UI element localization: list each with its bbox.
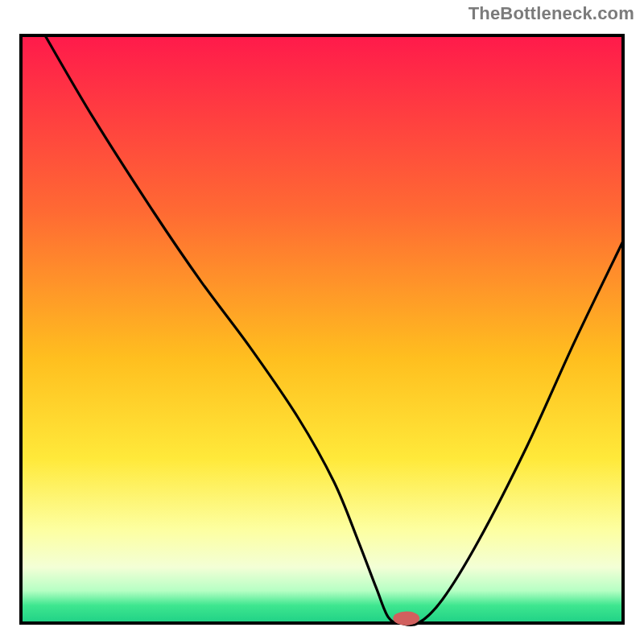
attribution-label: TheBottleneck.com [469,3,634,24]
gradient-backdrop [21,35,623,623]
chart-frame: TheBottleneck.com [0,0,644,644]
plot-area [21,35,623,625]
bottleneck-chart [10,24,634,634]
optimum-marker [393,611,419,625]
